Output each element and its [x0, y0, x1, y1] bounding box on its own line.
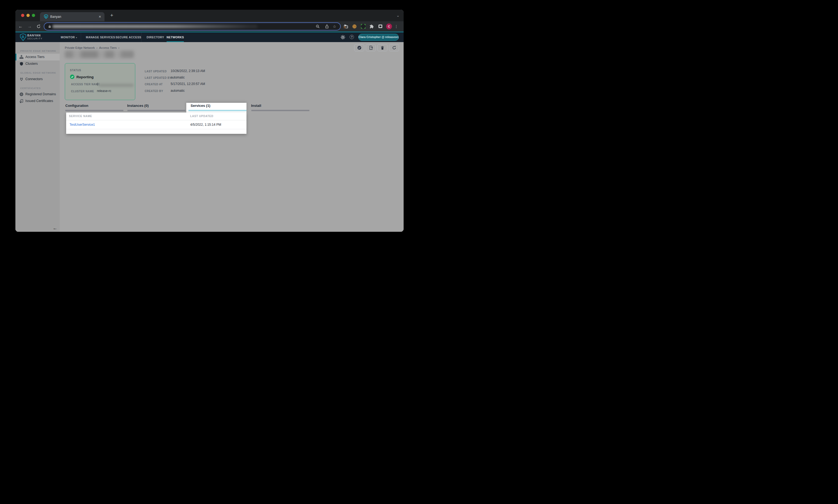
nav-manage-services[interactable]: MANAGE SERVICES — [86, 32, 115, 42]
breadcrumb-separator: › — [118, 46, 119, 49]
breadcrumb-private-edge-network[interactable]: Private Edge Network — [65, 46, 95, 49]
capture-extension-icon[interactable] — [361, 24, 366, 29]
tab-underline-install — [251, 110, 309, 111]
tab-install[interactable]: Install — [251, 104, 261, 108]
nav-secure-access[interactable]: SECURE ACCESS — [116, 32, 141, 42]
sidebar-section-certificates: CERTIFICATES — [20, 87, 41, 90]
sidebar-item-clusters[interactable]: Clusters — [15, 60, 60, 67]
nav-networks[interactable]: NETWORKS — [167, 32, 184, 42]
cluster-name-value: release-rc — [97, 89, 111, 93]
sidebar-item-registered-domains[interactable]: Registered Domains — [15, 91, 60, 98]
browser-tab[interactable]: B Banyan ✕ — [40, 12, 104, 21]
service-link-testuserservice1[interactable]: TestUserService1 — [70, 123, 95, 127]
last-updated-label: LAST UPDATED — [145, 70, 167, 73]
page-content: PRIVATE EDGE NETWORK Access Tiers Cluste… — [15, 42, 404, 232]
status-value: Reporting — [76, 75, 94, 79]
access-tier-name-prefix: ( — [97, 82, 98, 86]
new-tab-button[interactable]: + — [108, 12, 116, 19]
extensions-puzzle-icon[interactable] — [370, 24, 374, 29]
last-updated-by-label: LAST UPDATED BY — [145, 76, 171, 79]
column-header-service-name: SERVICE NAME — [69, 115, 92, 118]
tab-strip: B Banyan ✕ + ⌄ — [15, 10, 404, 21]
brand-line2: SECURITY — [27, 37, 43, 40]
access-tier-name-label: ACCESS TIER NAME — [71, 83, 100, 86]
access-tier-name-redacted — [99, 84, 134, 87]
zoom-out-icon[interactable] — [316, 24, 320, 29]
svg-text:B: B — [22, 35, 24, 39]
tab-underline-instances — [127, 110, 186, 111]
tab-underline-services-active — [189, 110, 246, 111]
breadcrumb-access-tiers[interactable]: Access Tiers — [99, 46, 117, 49]
cookie-extension-icon[interactable] — [352, 24, 357, 29]
tab-title: Banyan — [50, 12, 61, 21]
tab-configuration[interactable]: Configuration — [65, 104, 88, 108]
globe-icon — [19, 92, 23, 96]
page-actions — [354, 44, 399, 51]
tab-search-chevron-icon[interactable]: ⌄ — [395, 12, 401, 19]
sidebar-item-issued-certificates[interactable]: Issued Certificates — [15, 98, 60, 104]
service-last-updated: 4/5/2022, 1:15:14 PM — [190, 123, 221, 127]
refresh-button[interactable] — [389, 44, 399, 51]
breadcrumb-separator: › — [97, 46, 98, 49]
created-at-value: 5/17/2021, 12:20:57 AM — [171, 82, 205, 86]
browser-back-button[interactable]: ← — [17, 21, 24, 32]
enable-button[interactable] — [354, 44, 364, 51]
address-bar[interactable]: ☆ — [44, 23, 340, 30]
window-close-button[interactable] — [21, 14, 24, 17]
sidebar: PRIVATE EDGE NETWORK Access Tiers Cluste… — [15, 42, 60, 232]
column-header-last-updated: LAST UPDATED — [190, 115, 213, 118]
caret-down-icon: ▾ — [76, 36, 77, 39]
side-panel-icon[interactable] — [379, 24, 382, 28]
camera-extension-icon[interactable] — [344, 24, 348, 29]
sidebar-collapse-arrow[interactable]: ← — [52, 226, 58, 231]
export-button[interactable] — [366, 44, 376, 51]
tab-instances[interactable]: Instances (0) — [127, 104, 149, 108]
table-divider — [66, 129, 246, 129]
page-title-redacted — [65, 51, 134, 58]
tab-close-icon[interactable]: ✕ — [99, 12, 101, 21]
browser-toolbar: ← → ☆ — [15, 21, 404, 32]
help-icon[interactable]: ? — [350, 35, 354, 39]
browser-profile-avatar[interactable]: C — [386, 23, 392, 30]
sidebar-section-private-edge: PRIVATE EDGE NETWORK — [20, 49, 56, 52]
lock-icon — [48, 24, 52, 28]
nav-monitor[interactable]: MONITOR▾ — [61, 32, 77, 42]
check-circle-icon — [357, 46, 362, 50]
browser-forward-button[interactable]: → — [27, 21, 33, 32]
window-minimize-button[interactable] — [27, 14, 30, 17]
services-table-card: SERVICE NAME LAST UPDATED TestUserServic… — [66, 112, 246, 134]
tab-services[interactable]: Services (1) — [191, 104, 210, 108]
export-icon — [369, 46, 373, 50]
banyan-logo-shield-icon: B — [20, 34, 26, 41]
certificate-icon — [19, 99, 23, 103]
created-by-value: automatic — [171, 89, 185, 92]
browser-reload-icon[interactable] — [36, 24, 41, 29]
status-card: STATUS Reporting ACCESS TIER NAME ( CLUS… — [65, 63, 135, 100]
status-check-circle-icon — [70, 74, 74, 79]
created-at-label: CREATED AT — [145, 83, 163, 86]
nav-directory[interactable]: DIRECTORY — [146, 32, 164, 42]
account-button[interactable]: Clara Cristopher @ releaseorg — [358, 34, 399, 41]
window-zoom-button[interactable] — [32, 14, 35, 17]
sitemap-icon — [19, 55, 23, 59]
svg-text:B: B — [45, 15, 47, 18]
sidebar-item-connectors[interactable]: Connectors — [15, 76, 60, 83]
share-icon[interactable] — [325, 24, 329, 29]
tab-underline-configuration — [65, 110, 123, 111]
last-updated-value: 10/26/2022, 2:39:13 AM — [171, 69, 205, 73]
sidebar-item-access-tiers[interactable]: Access Tiers — [15, 54, 60, 60]
app-header: B BANYAN SECURITY MONITOR▾ MANAGE SERVIC… — [15, 32, 404, 42]
settings-gear-icon[interactable] — [341, 35, 345, 40]
bookmark-star-icon[interactable]: ☆ — [332, 23, 337, 30]
status-label: STATUS — [70, 69, 81, 72]
browser-menu-kebab-icon[interactable]: ⋮ — [394, 21, 399, 32]
browser-window: B Banyan ✕ + ⌄ ← → — [15, 10, 404, 232]
banyan-favicon-shield-icon: B — [44, 14, 48, 19]
created-by-label: CREATED BY — [145, 90, 163, 92]
brand-text: BANYAN SECURITY — [27, 34, 43, 40]
url-redacted-blur — [52, 25, 258, 28]
plug-icon — [19, 77, 23, 81]
shield-icon — [19, 62, 23, 66]
delete-button[interactable] — [378, 44, 387, 51]
last-updated-by-value: automatic — [171, 75, 185, 79]
